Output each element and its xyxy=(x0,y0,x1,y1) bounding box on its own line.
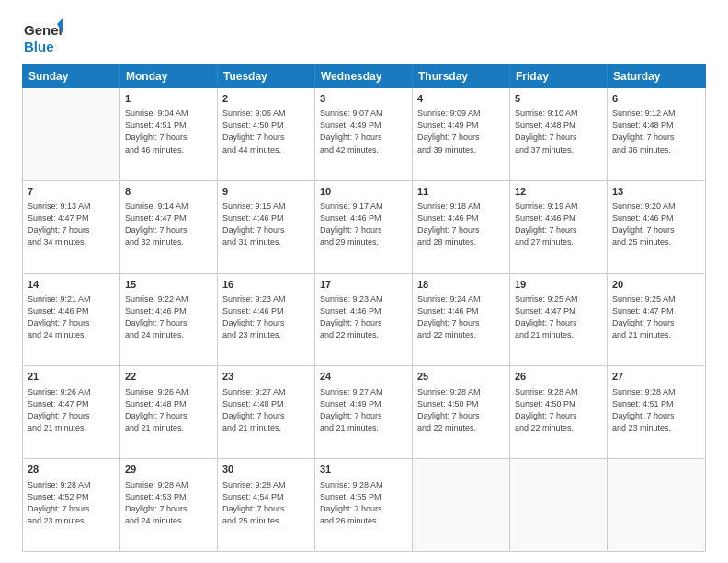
calendar-header: SundayMondayTuesdayWednesdayThursdayFrid… xyxy=(22,64,706,88)
day-number: 25 xyxy=(417,370,505,384)
day-info: Sunrise: 9:18 AM Sunset: 4:46 PM Dayligh… xyxy=(417,201,505,248)
day-info: Sunrise: 9:21 AM Sunset: 4:46 PM Dayligh… xyxy=(28,293,115,341)
day-info: Sunrise: 9:20 AM Sunset: 4:46 PM Dayligh… xyxy=(612,201,700,248)
logo-row: General Blue xyxy=(22,17,63,57)
week-row-2: 7Sunrise: 9:13 AM Sunset: 4:47 PM Daylig… xyxy=(23,181,705,274)
day-cell-20: 20Sunrise: 9:25 AM Sunset: 4:47 PM Dayli… xyxy=(608,274,705,366)
day-cell-16: 16Sunrise: 9:23 AM Sunset: 4:46 PM Dayli… xyxy=(218,274,315,366)
day-info: Sunrise: 9:27 AM Sunset: 4:49 PM Dayligh… xyxy=(320,386,407,434)
day-number: 14 xyxy=(28,278,115,292)
svg-text:Blue: Blue xyxy=(24,39,54,54)
day-number: 10 xyxy=(320,185,407,199)
day-number: 24 xyxy=(320,370,407,384)
day-number: 11 xyxy=(417,185,505,199)
day-cell-25: 25Sunrise: 9:28 AM Sunset: 4:50 PM Dayli… xyxy=(413,366,510,458)
day-cell-29: 29Sunrise: 9:28 AM Sunset: 4:53 PM Dayli… xyxy=(120,459,218,551)
day-info: Sunrise: 9:26 AM Sunset: 4:47 PM Dayligh… xyxy=(28,386,115,434)
day-cell-30: 30Sunrise: 9:28 AM Sunset: 4:54 PM Dayli… xyxy=(218,459,315,551)
day-cell-9: 9Sunrise: 9:15 AM Sunset: 4:46 PM Daylig… xyxy=(218,181,315,273)
day-cell-21: 21Sunrise: 9:26 AM Sunset: 4:47 PM Dayli… xyxy=(23,366,120,458)
day-info: Sunrise: 9:17 AM Sunset: 4:46 PM Dayligh… xyxy=(320,201,407,248)
day-number: 18 xyxy=(417,278,505,292)
day-info: Sunrise: 9:28 AM Sunset: 4:50 PM Dayligh… xyxy=(417,386,505,434)
week-row-5: 28Sunrise: 9:28 AM Sunset: 4:52 PM Dayli… xyxy=(23,459,705,551)
day-number: 4 xyxy=(417,92,505,106)
day-info: Sunrise: 9:09 AM Sunset: 4:49 PM Dayligh… xyxy=(417,108,505,155)
day-number: 29 xyxy=(125,463,212,477)
day-cell-10: 10Sunrise: 9:17 AM Sunset: 4:46 PM Dayli… xyxy=(315,181,413,273)
week-row-3: 14Sunrise: 9:21 AM Sunset: 4:46 PM Dayli… xyxy=(23,274,705,367)
day-cell-17: 17Sunrise: 9:23 AM Sunset: 4:46 PM Dayli… xyxy=(315,274,413,366)
day-number: 9 xyxy=(222,185,310,199)
page: General Blue SundayMondayTuesdayWednesda… xyxy=(0,0,728,563)
day-info: Sunrise: 9:15 AM Sunset: 4:46 PM Dayligh… xyxy=(222,201,310,248)
day-number: 20 xyxy=(612,278,700,292)
day-info: Sunrise: 9:13 AM Sunset: 4:47 PM Dayligh… xyxy=(28,201,115,248)
day-number: 7 xyxy=(28,185,115,199)
day-number: 16 xyxy=(222,278,310,292)
day-cell-1: 1Sunrise: 9:04 AM Sunset: 4:51 PM Daylig… xyxy=(120,88,218,180)
empty-cell xyxy=(23,88,120,180)
day-number: 8 xyxy=(125,185,212,199)
day-info: Sunrise: 9:12 AM Sunset: 4:48 PM Dayligh… xyxy=(612,108,700,155)
day-cell-19: 19Sunrise: 9:25 AM Sunset: 4:47 PM Dayli… xyxy=(510,274,608,366)
day-cell-26: 26Sunrise: 9:28 AM Sunset: 4:50 PM Dayli… xyxy=(510,366,608,458)
weekday-header-sunday: Sunday xyxy=(23,65,120,87)
empty-cell xyxy=(608,459,705,551)
day-cell-23: 23Sunrise: 9:27 AM Sunset: 4:48 PM Dayli… xyxy=(218,366,315,458)
day-cell-13: 13Sunrise: 9:20 AM Sunset: 4:46 PM Dayli… xyxy=(608,181,705,273)
day-number: 28 xyxy=(28,463,115,477)
day-info: Sunrise: 9:28 AM Sunset: 4:52 PM Dayligh… xyxy=(28,479,115,527)
day-number: 19 xyxy=(515,278,602,292)
day-info: Sunrise: 9:28 AM Sunset: 4:50 PM Dayligh… xyxy=(515,386,602,434)
weekday-header-saturday: Saturday xyxy=(608,65,705,87)
day-number: 30 xyxy=(222,463,310,477)
header: General Blue xyxy=(22,17,706,57)
logo-icon: General Blue xyxy=(22,17,63,57)
day-number: 31 xyxy=(320,463,407,477)
day-cell-22: 22Sunrise: 9:26 AM Sunset: 4:48 PM Dayli… xyxy=(120,366,218,458)
svg-text:General: General xyxy=(24,22,63,38)
day-info: Sunrise: 9:28 AM Sunset: 4:55 PM Dayligh… xyxy=(320,479,407,527)
weekday-header-wednesday: Wednesday xyxy=(315,65,413,87)
day-cell-7: 7Sunrise: 9:13 AM Sunset: 4:47 PM Daylig… xyxy=(23,181,120,273)
day-cell-2: 2Sunrise: 9:06 AM Sunset: 4:50 PM Daylig… xyxy=(218,88,315,180)
day-info: Sunrise: 9:26 AM Sunset: 4:48 PM Dayligh… xyxy=(125,386,212,434)
day-info: Sunrise: 9:23 AM Sunset: 4:46 PM Dayligh… xyxy=(320,293,407,341)
day-info: Sunrise: 9:27 AM Sunset: 4:48 PM Dayligh… xyxy=(222,386,310,434)
day-info: Sunrise: 9:19 AM Sunset: 4:46 PM Dayligh… xyxy=(515,201,602,248)
day-cell-27: 27Sunrise: 9:28 AM Sunset: 4:51 PM Dayli… xyxy=(608,366,705,458)
day-info: Sunrise: 9:28 AM Sunset: 4:53 PM Dayligh… xyxy=(125,479,212,527)
day-info: Sunrise: 9:23 AM Sunset: 4:46 PM Dayligh… xyxy=(222,293,310,341)
day-cell-14: 14Sunrise: 9:21 AM Sunset: 4:46 PM Dayli… xyxy=(23,274,120,366)
day-info: Sunrise: 9:28 AM Sunset: 4:54 PM Dayligh… xyxy=(222,479,310,527)
day-number: 22 xyxy=(125,370,212,384)
day-number: 27 xyxy=(612,370,700,384)
day-cell-4: 4Sunrise: 9:09 AM Sunset: 4:49 PM Daylig… xyxy=(413,88,510,180)
calendar-body: 1Sunrise: 9:04 AM Sunset: 4:51 PM Daylig… xyxy=(22,88,706,552)
day-number: 5 xyxy=(515,92,602,106)
day-info: Sunrise: 9:25 AM Sunset: 4:47 PM Dayligh… xyxy=(515,293,602,341)
day-number: 23 xyxy=(222,370,310,384)
logo: General Blue xyxy=(22,17,63,57)
day-number: 1 xyxy=(125,92,212,106)
day-info: Sunrise: 9:22 AM Sunset: 4:46 PM Dayligh… xyxy=(125,293,212,341)
day-cell-5: 5Sunrise: 9:10 AM Sunset: 4:48 PM Daylig… xyxy=(510,88,608,180)
day-number: 12 xyxy=(515,185,602,199)
day-number: 21 xyxy=(28,370,115,384)
day-number: 3 xyxy=(320,92,407,106)
day-cell-8: 8Sunrise: 9:14 AM Sunset: 4:47 PM Daylig… xyxy=(120,181,218,273)
day-info: Sunrise: 9:10 AM Sunset: 4:48 PM Dayligh… xyxy=(515,108,602,155)
day-cell-15: 15Sunrise: 9:22 AM Sunset: 4:46 PM Dayli… xyxy=(120,274,218,366)
day-cell-11: 11Sunrise: 9:18 AM Sunset: 4:46 PM Dayli… xyxy=(413,181,510,273)
empty-cell xyxy=(510,459,608,551)
day-number: 26 xyxy=(515,370,602,384)
day-info: Sunrise: 9:14 AM Sunset: 4:47 PM Dayligh… xyxy=(125,201,212,248)
day-info: Sunrise: 9:07 AM Sunset: 4:49 PM Dayligh… xyxy=(320,108,407,155)
day-number: 2 xyxy=(222,92,310,106)
weekday-header-tuesday: Tuesday xyxy=(218,65,315,87)
week-row-1: 1Sunrise: 9:04 AM Sunset: 4:51 PM Daylig… xyxy=(23,88,705,181)
calendar: SundayMondayTuesdayWednesdayThursdayFrid… xyxy=(22,64,706,552)
day-info: Sunrise: 9:25 AM Sunset: 4:47 PM Dayligh… xyxy=(612,293,700,341)
day-number: 13 xyxy=(612,185,700,199)
